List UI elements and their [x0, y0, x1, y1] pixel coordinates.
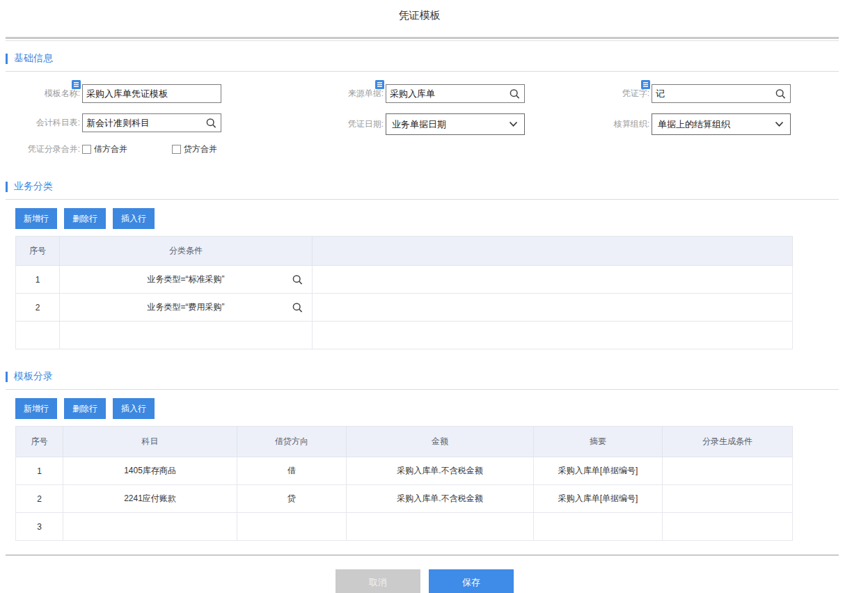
field-voucher-date: 凭证日期: 业务单据日期	[292, 113, 525, 135]
chevron-down-icon	[775, 121, 784, 127]
cancel-button[interactable]: 取消	[336, 569, 420, 593]
col-direction: 借贷方向	[237, 427, 347, 457]
delete-row-button[interactable]: 删除行	[64, 398, 106, 419]
entry-condition-cell[interactable]	[663, 513, 793, 541]
voucher-date-select[interactable]: 业务单据日期	[386, 113, 525, 135]
section-basic-info: 基础信息	[6, 52, 868, 65]
section-template-entries: 模板分录	[6, 370, 868, 383]
field-template-name: 模板名称: 采购入库单凭证模板	[6, 84, 221, 103]
col-seq: 序号	[16, 237, 60, 266]
search-icon[interactable]	[292, 301, 303, 313]
footer-actions: 取消 保存	[0, 569, 849, 593]
search-icon[interactable]	[509, 88, 521, 100]
condition-cell[interactable]	[60, 322, 313, 349]
table-row[interactable]	[16, 322, 793, 349]
summary-cell[interactable]	[534, 513, 663, 541]
extra-cell[interactable]	[313, 294, 793, 322]
debit-merge-label: 借方合并	[94, 143, 127, 155]
account-cell[interactable]: 1405库存商品	[63, 457, 237, 485]
account-cell[interactable]	[63, 513, 237, 541]
col-amount: 金额	[347, 427, 534, 457]
table-row[interactable]: 3	[16, 513, 793, 541]
title-divider	[6, 37, 839, 41]
voucher-date-value: 业务单据日期	[392, 118, 446, 131]
chevron-down-icon	[509, 121, 518, 127]
table-row[interactable]: 2 业务类型=“费用采购”	[16, 294, 793, 322]
col-account: 科目	[63, 427, 237, 457]
summary-cell[interactable]: 采购入库单[单据编号]	[534, 485, 663, 513]
section-divider	[6, 389, 839, 390]
accounting-org-value: 单据上的结算组织	[658, 118, 730, 131]
table-row[interactable]: 2 2241应付账款 贷 采购入库单.不含税金额 采购入库单[单据编号]	[16, 485, 793, 513]
voucher-word-input[interactable]: 记	[652, 84, 791, 103]
page-title: 凭证模板	[0, 0, 839, 22]
search-icon[interactable]	[205, 117, 217, 129]
extra-cell[interactable]	[313, 266, 793, 294]
section-accent-bar	[6, 182, 8, 192]
section-title: 业务分类	[14, 180, 53, 193]
voucher-date-label: 凭证日期:	[292, 118, 386, 130]
table-row[interactable]: 1 1405库存商品 借 采购入库单.不含税金额 采购入库单[单据编号]	[16, 457, 793, 485]
direction-cell[interactable]: 贷	[237, 485, 347, 513]
insert-row-button[interactable]: 插入行	[113, 208, 155, 229]
add-row-button[interactable]: 新增行	[15, 208, 57, 229]
table-header-row: 序号 分类条件	[16, 237, 793, 266]
source-bill-input[interactable]: 采购入库单	[386, 84, 525, 103]
condition-cell[interactable]: 业务类型=“费用采购”	[60, 294, 313, 322]
merge-debit-option: 借方合并	[82, 143, 127, 155]
save-button[interactable]: 保存	[429, 569, 514, 593]
seq-cell: 1	[16, 457, 63, 485]
merge-credit-option: 贷方合并	[172, 143, 217, 155]
table-header-row: 序号 科目 借贷方向 金额 摘要 分录生成条件	[16, 427, 793, 457]
accounting-org-select[interactable]: 单据上的结算组织	[652, 113, 791, 135]
seq-cell	[16, 322, 60, 349]
field-accounting-org: 核算组织: 单据上的结算组织	[557, 113, 791, 135]
condition-text: 业务类型=“费用采购”	[148, 302, 225, 312]
template-entries-toolbar: 新增行 删除行 插入行	[15, 398, 868, 419]
section-business-class: 业务分类	[6, 180, 868, 193]
credit-merge-checkbox[interactable]	[172, 145, 181, 154]
field-entry-merge: 凭证分录合并: 借方合并 贷方合并	[6, 143, 262, 155]
business-class-toolbar: 新增行 删除行 插入行	[15, 208, 868, 229]
condition-text: 业务类型=“标准采购”	[148, 274, 225, 284]
entry-condition-cell[interactable]	[663, 485, 793, 513]
account-table-input[interactable]: 新会计准则科目	[82, 113, 221, 132]
multilang-list-icon[interactable]	[72, 80, 81, 89]
amount-cell[interactable]	[347, 513, 534, 541]
entry-condition-cell[interactable]	[663, 457, 793, 485]
seq-cell: 1	[16, 266, 60, 294]
field-account-table: 会计科目表: 新会计准则科目	[6, 113, 221, 132]
amount-cell[interactable]: 采购入库单.不含税金额	[347, 485, 534, 513]
summary-cell[interactable]: 采购入库单[单据编号]	[534, 457, 663, 485]
amount-cell[interactable]: 采购入库单.不含税金额	[347, 457, 534, 485]
template-name-input[interactable]: 采购入库单凭证模板	[82, 84, 221, 103]
account-table-label: 会计科目表:	[6, 117, 82, 129]
add-row-button[interactable]: 新增行	[15, 398, 57, 419]
debit-merge-checkbox[interactable]	[82, 145, 91, 154]
section-title: 基础信息	[14, 52, 53, 65]
col-condition: 分类条件	[60, 237, 313, 266]
basic-info-form: 模板名称: 采购入库单凭证模板 来源单据: 采购入库单 凭证字: 记	[0, 72, 868, 161]
multilang-list-icon[interactable]	[375, 80, 384, 89]
col-seq: 序号	[16, 427, 63, 457]
seq-cell: 3	[16, 513, 63, 541]
table-row[interactable]: 1 业务类型=“标准采购”	[16, 266, 793, 294]
voucher-word-label: 凭证字:	[557, 88, 652, 100]
section-divider	[6, 199, 839, 200]
multilang-list-icon[interactable]	[641, 80, 650, 89]
section-title: 模板分录	[14, 370, 53, 383]
extra-cell[interactable]	[313, 322, 793, 349]
direction-cell[interactable]	[237, 513, 347, 541]
search-icon[interactable]	[292, 274, 303, 285]
account-cell[interactable]: 2241应付账款	[63, 485, 237, 513]
insert-row-button[interactable]: 插入行	[113, 398, 155, 419]
field-voucher-word: 凭证字: 记	[557, 84, 791, 103]
seq-cell: 2	[16, 485, 63, 513]
delete-row-button[interactable]: 删除行	[64, 208, 106, 229]
direction-cell[interactable]: 借	[237, 457, 347, 485]
search-icon[interactable]	[775, 88, 787, 100]
source-bill-label: 来源单据:	[292, 88, 386, 100]
col-summary: 摘要	[534, 427, 663, 457]
condition-cell[interactable]: 业务类型=“标准采购”	[60, 266, 313, 294]
template-name-label: 模板名称:	[6, 88, 82, 100]
